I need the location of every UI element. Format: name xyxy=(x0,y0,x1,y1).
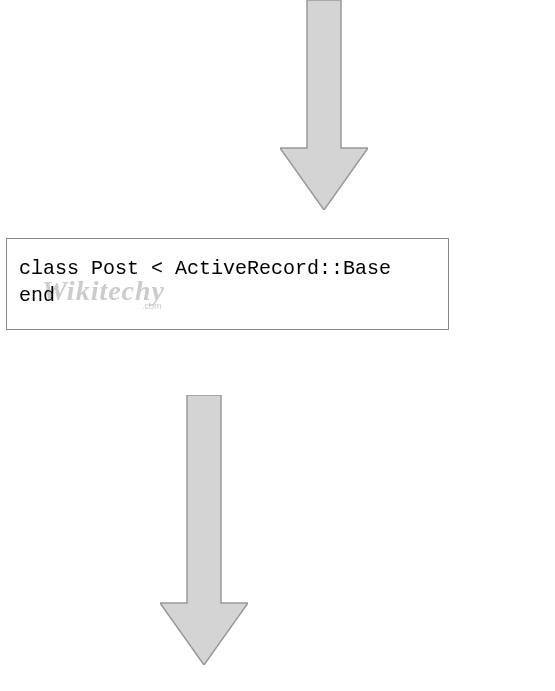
arrow-down-top xyxy=(280,0,368,210)
arrow-down-icon xyxy=(280,0,368,210)
arrow-down-icon xyxy=(160,395,248,665)
code-line-2: end xyxy=(19,284,55,307)
arrow-down-bottom xyxy=(160,395,248,665)
diagram-container: Wikitechy .com class Post < ActiveRecord… xyxy=(0,0,555,691)
code-content: class Post < ActiveRecord::Base end xyxy=(19,255,436,309)
code-box: Wikitechy .com class Post < ActiveRecord… xyxy=(6,238,449,330)
code-line-1: class Post < ActiveRecord::Base xyxy=(19,257,391,280)
